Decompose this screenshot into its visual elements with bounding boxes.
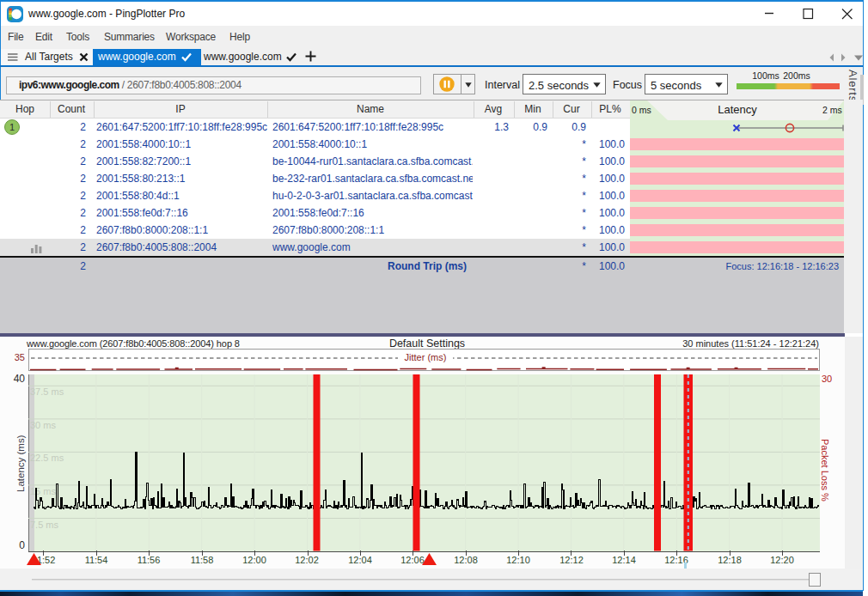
svg-text:22.5 ms: 22.5 ms xyxy=(30,453,64,463)
svg-text:15 ms: 15 ms xyxy=(30,486,56,496)
svg-text:7.5 ms: 7.5 ms xyxy=(30,520,59,530)
svg-text:30 ms: 30 ms xyxy=(30,420,56,430)
svg-text:37.5 ms: 37.5 ms xyxy=(30,386,64,397)
